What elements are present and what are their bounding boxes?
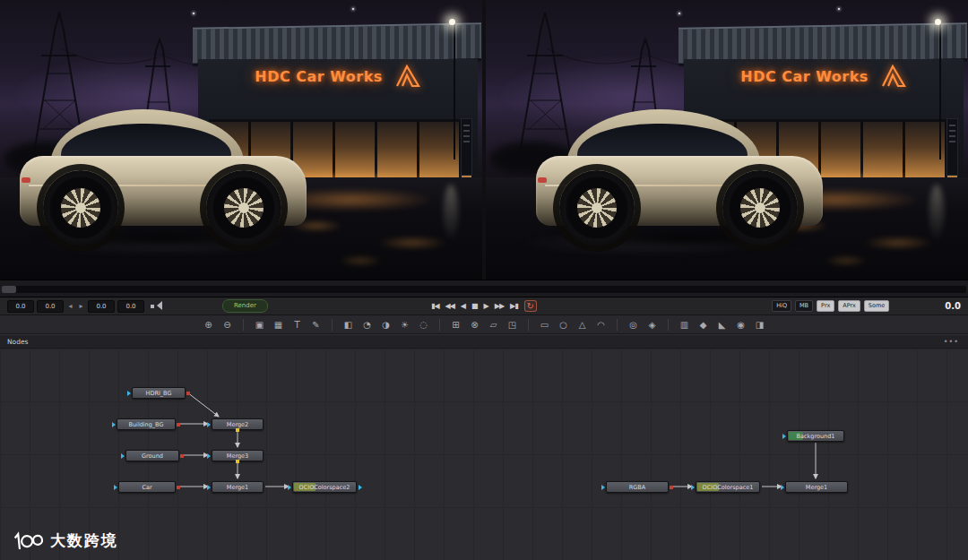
node-Ground[interactable]: Ground (125, 450, 179, 461)
node-RGBA[interactable]: RGBA (606, 481, 669, 493)
blur-icon[interactable]: ◌ (418, 318, 429, 332)
resize-icon[interactable]: ▱ (488, 318, 499, 332)
background-icon[interactable]: ▣ (254, 318, 265, 332)
text-plus-icon[interactable]: T (291, 318, 303, 332)
range-start-field[interactable]: 0.0 (7, 300, 34, 313)
timeline-handle[interactable] (2, 286, 16, 293)
goto-start-button[interactable]: ▮◀ (431, 300, 439, 313)
panel-options-icon[interactable]: ••• (944, 338, 959, 346)
node-label: RGBA (607, 482, 668, 493)
node-OCIOColorspace1[interactable]: OCIOColorspace1 (696, 481, 760, 493)
node-Building_BG[interactable]: Building_BG (117, 418, 176, 430)
street-lamp-pole (454, 23, 455, 159)
in-cyan-connector[interactable] (601, 485, 605, 490)
node-graph[interactable]: 大数跨境 HDRI_BGBuilding_BGMerge2GroundMerge… (0, 349, 968, 560)
fg-yellow-connector[interactable] (236, 460, 239, 463)
in-cyan-connector[interactable] (207, 422, 211, 427)
in-cyan-connector[interactable] (288, 485, 291, 490)
out-cyan-connector[interactable] (359, 485, 362, 490)
fast-forward-button[interactable]: ▶▶ (495, 300, 504, 313)
in-cyan-connector[interactable] (112, 422, 116, 427)
tracker-icon[interactable]: ◎ (627, 318, 639, 332)
brightness-contrast-icon[interactable]: ☀ (399, 318, 411, 332)
renderer-3d-icon[interactable]: ◨ (754, 318, 765, 332)
image-plane-3d-icon[interactable]: ▥ (678, 318, 690, 332)
media-out-icon[interactable]: ⊖ (221, 318, 233, 332)
node-Merge3[interactable]: Merge3 (212, 450, 264, 461)
step-field[interactable]: 0.0 (117, 300, 144, 313)
rectangle-mask-icon[interactable]: ▭ (539, 318, 550, 332)
neon-sign: HDC Car Works (198, 65, 478, 88)
in-cyan-connector[interactable] (207, 485, 211, 490)
merge-3d-icon[interactable]: ◣ (716, 318, 728, 332)
crop-icon[interactable]: ◳ (506, 318, 518, 332)
in-cyan-connector[interactable] (691, 485, 695, 490)
hue-curves-icon[interactable]: ◑ (380, 318, 392, 332)
viewer-left[interactable]: HDC Car Works (0, 0, 482, 280)
media-in-icon[interactable]: ⊕ (203, 318, 214, 332)
toolbar-separator (439, 319, 440, 331)
out-red-connector[interactable] (177, 486, 180, 489)
aprx-button[interactable]: APrx (838, 300, 860, 312)
mb-button[interactable]: MB (795, 300, 813, 312)
fg-yellow-connector[interactable] (236, 428, 239, 432)
range-end-field[interactable]: 0.0 (37, 300, 64, 313)
out-red-connector[interactable] (670, 486, 673, 489)
in-cyan-connector[interactable] (127, 391, 131, 396)
toolbar-separator (332, 319, 333, 331)
timeline-track[interactable] (2, 286, 966, 293)
play-reverse-button[interactable]: ◀ (461, 300, 465, 313)
node-label: Ground (126, 451, 178, 461)
node-Merge1L[interactable]: Merge1 (212, 481, 264, 493)
some-button[interactable]: Some (864, 300, 889, 312)
shape-3d-icon[interactable]: ◆ (697, 318, 709, 332)
speaker-icon[interactable] (151, 301, 162, 311)
color-curves-icon[interactable]: ◔ (361, 318, 373, 332)
lamp-reflection (929, 185, 944, 242)
node-HDRI_BG[interactable]: HDRI_BG (132, 387, 186, 399)
planar-tracker-icon[interactable]: ◈ (646, 318, 658, 332)
out-red-connector[interactable] (177, 423, 180, 426)
watermark-text: 大数跨境 (50, 530, 118, 551)
in-cyan-connector[interactable] (121, 453, 125, 459)
loop-button[interactable]: ↻ (524, 300, 537, 312)
node-OCIOColorspace2[interactable]: OCIOColorspace2 (292, 481, 357, 493)
menu-board (946, 118, 958, 176)
lamp-reflection (444, 185, 458, 242)
polygon-mask-icon[interactable]: △ (576, 318, 588, 332)
light-reflection (862, 237, 934, 249)
node-Merge2[interactable]: Merge2 (212, 418, 264, 430)
paint-icon[interactable]: ✎ (310, 318, 322, 332)
current-frame-field[interactable]: 0.0 (88, 300, 115, 313)
ellipse-mask-icon[interactable]: ○ (557, 318, 569, 332)
neon-sign-text: HDC Car Works (255, 68, 383, 85)
play-button[interactable]: ▶ (484, 300, 488, 313)
prx-button[interactable]: Prx (817, 300, 834, 312)
watermark-logo-icon (12, 528, 44, 552)
fast-rewind-button[interactable]: ◀◀ (445, 300, 454, 313)
out-red-connector[interactable] (186, 392, 190, 395)
in-cyan-connector[interactable] (781, 485, 784, 490)
toolbar-separator (668, 319, 669, 331)
stop-button[interactable]: ■ (471, 300, 478, 313)
fast-noise-icon[interactable]: ▦ (272, 318, 284, 332)
color-corrector-icon[interactable]: ◧ (342, 318, 354, 332)
node-Background1[interactable]: Background1 (787, 430, 844, 442)
node-Car[interactable]: Car (118, 481, 176, 493)
out-red-connector[interactable] (180, 454, 184, 458)
decrement-icon[interactable]: ◂ (66, 301, 74, 312)
transform-icon[interactable]: ⊞ (450, 318, 462, 332)
node-Merge1R[interactable]: Merge1 (785, 481, 848, 493)
node-label: Car (119, 482, 175, 493)
hiq-button[interactable]: HiQ (772, 300, 791, 312)
in-cyan-connector[interactable] (207, 453, 211, 459)
render-button[interactable]: Render (222, 299, 268, 313)
goto-end-button[interactable]: ▶▮ (510, 300, 518, 313)
viewer-right[interactable]: HDC Car Works (486, 0, 968, 280)
in-cyan-connector[interactable] (114, 485, 117, 490)
camera-3d-icon[interactable]: ◉ (735, 318, 747, 332)
increment-icon[interactable]: ▸ (77, 301, 85, 312)
merge-icon[interactable]: ⊗ (469, 318, 480, 332)
in-cyan-connector[interactable] (782, 434, 786, 439)
bspline-mask-icon[interactable]: ◠ (595, 318, 607, 332)
